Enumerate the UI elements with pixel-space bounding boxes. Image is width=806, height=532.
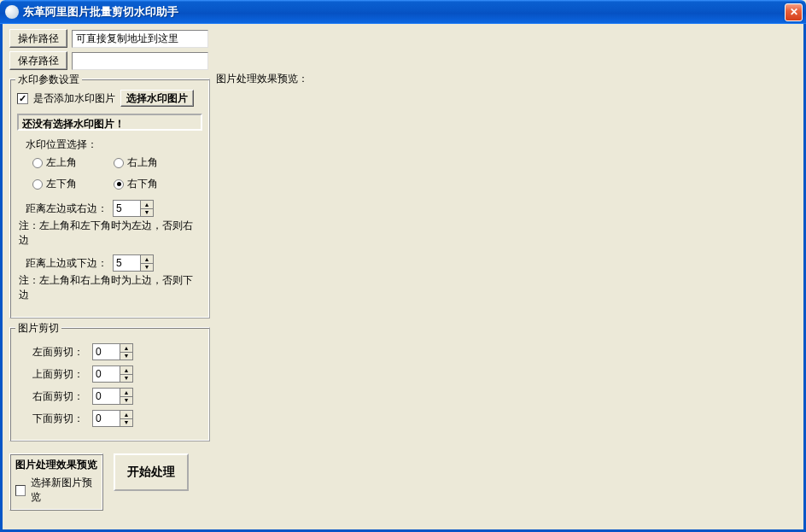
- spin-down-icon[interactable]: ▼: [141, 264, 153, 272]
- crop-bottom-input[interactable]: [92, 410, 120, 427]
- operation-path-button[interactable]: 操作路径: [9, 29, 67, 48]
- radio-bottom-right[interactable]: 右下角: [114, 177, 195, 191]
- operation-path-input[interactable]: [72, 30, 208, 48]
- watermark-status-text: 还没有选择水印图片: [22, 118, 114, 130]
- radio-bottom-right-dot: [114, 179, 124, 190]
- distance-vertical-note: 注：左上角和右上角时为上边，否则下边: [19, 273, 202, 302]
- watermark-status: 还没有选择水印图片！: [17, 114, 202, 131]
- watermark-group-title: 水印参数设置: [15, 73, 82, 87]
- distance-vertical-label: 距离上边或下边：: [26, 256, 108, 271]
- crop-bottom-label: 下面剪切：: [32, 412, 84, 426]
- crop-top-row: 上面剪切： ▲▼: [32, 365, 202, 383]
- preview-control-box: 图片处理效果预览 选择新图片预览: [9, 453, 103, 511]
- operation-path-row: 操作路径: [9, 29, 797, 48]
- distance-horizontal-spinner[interactable]: ▲▼: [113, 200, 154, 217]
- radio-bottom-left-dot: [32, 179, 43, 190]
- radio-top-left-dot: [32, 158, 43, 168]
- window-body: 操作路径 保存路径 图片处理效果预览： 水印参数设置 是否添加水印图片 选择水印…: [0, 24, 806, 532]
- radio-top-right-label: 右上角: [127, 155, 158, 170]
- add-watermark-checkbox[interactable]: [17, 93, 28, 104]
- radio-top-right[interactable]: 右上角: [114, 155, 195, 170]
- preview-control-header: 图片处理效果预览: [15, 458, 97, 472]
- spin-down-icon[interactable]: ▼: [141, 209, 153, 217]
- crop-top-input[interactable]: [92, 365, 120, 383]
- radio-top-left[interactable]: 左上角: [32, 155, 114, 170]
- crop-bottom-row: 下面剪切： ▲▼: [32, 410, 202, 427]
- spin-down-icon[interactable]: ▼: [120, 353, 132, 360]
- start-button-label: 开始处理: [127, 465, 175, 480]
- select-watermark-button[interactable]: 选择水印图片: [120, 90, 194, 107]
- distance-horizontal-row: 距离左边或右边： ▲▼: [26, 200, 202, 217]
- crop-left-input[interactable]: [92, 343, 120, 360]
- new-preview-row: 选择新图片预览: [15, 476, 97, 505]
- radio-bottom-left-label: 左下角: [46, 177, 77, 191]
- position-radio-group: 左上角 右上角 左下角 右下角: [32, 155, 202, 191]
- distance-vertical-input[interactable]: [113, 254, 140, 272]
- spin-up-icon[interactable]: ▲: [120, 344, 132, 353]
- position-label: 水印位置选择：: [26, 137, 202, 152]
- close-button[interactable]: ✕: [785, 3, 803, 21]
- crop-top-label: 上面剪切：: [32, 367, 84, 382]
- crop-left-spinner[interactable]: ▲▼: [92, 343, 133, 360]
- left-panel: 水印参数设置 是否添加水印图片 选择水印图片 还没有选择水印图片！ 水印位置选择…: [9, 79, 210, 511]
- distance-horizontal-note: 注：左上角和左下角时为左边，否则右边: [19, 219, 202, 248]
- crop-bottom-spinner[interactable]: ▲▼: [92, 410, 133, 427]
- crop-left-label: 左面剪切：: [32, 345, 84, 360]
- title-bar: 东革阿里图片批量剪切水印助手 ✕: [0, 0, 806, 24]
- new-preview-label: 选择新图片预览: [31, 476, 97, 505]
- distance-vertical-spin-buttons[interactable]: ▲▼: [140, 254, 154, 272]
- crop-bottom-spin-buttons[interactable]: ▲▼: [120, 410, 133, 427]
- crop-right-label: 右面剪切：: [32, 389, 84, 404]
- spin-up-icon[interactable]: ▲: [120, 411, 132, 419]
- bottom-actions: 图片处理效果预览 选择新图片预览 开始处理: [9, 453, 210, 511]
- spin-down-icon[interactable]: ▼: [120, 419, 132, 427]
- spin-up-icon[interactable]: ▲: [120, 366, 132, 375]
- crop-right-input[interactable]: [92, 388, 120, 405]
- radio-bottom-left[interactable]: 左下角: [32, 177, 114, 191]
- crop-left-row: 左面剪切： ▲▼: [32, 343, 202, 360]
- crop-top-spin-buttons[interactable]: ▲▼: [120, 365, 133, 383]
- spin-down-icon[interactable]: ▼: [120, 375, 132, 383]
- new-preview-checkbox[interactable]: [15, 485, 26, 496]
- add-watermark-row: 是否添加水印图片 选择水印图片: [17, 90, 202, 107]
- distance-vertical-row: 距离上边或下边： ▲▼: [26, 254, 202, 272]
- start-button[interactable]: 开始处理: [114, 453, 189, 491]
- crop-left-spin-buttons[interactable]: ▲▼: [120, 343, 133, 360]
- radio-top-left-label: 左上角: [46, 155, 77, 170]
- distance-horizontal-input[interactable]: [113, 200, 140, 217]
- save-path-button[interactable]: 保存路径: [9, 51, 67, 70]
- crop-right-spinner[interactable]: ▲▼: [92, 388, 133, 405]
- watermark-group: 水印参数设置 是否添加水印图片 选择水印图片 还没有选择水印图片！ 水印位置选择…: [9, 79, 210, 319]
- radio-bottom-right-label: 右下角: [127, 177, 158, 191]
- crop-group: 图片剪切 左面剪切： ▲▼ 上面剪切： ▲▼ 右面剪切： ▲▼: [9, 327, 210, 441]
- app-icon: [5, 5, 19, 19]
- crop-top-spinner[interactable]: ▲▼: [92, 365, 133, 383]
- watermark-status-mark: ！: [114, 118, 125, 130]
- spin-up-icon[interactable]: ▲: [141, 255, 153, 264]
- distance-vertical-spinner[interactable]: ▲▼: [113, 254, 154, 272]
- save-path-row: 保存路径: [9, 51, 797, 70]
- crop-right-row: 右面剪切： ▲▼: [32, 388, 202, 405]
- preview-area-label: 图片处理效果预览：: [216, 72, 308, 86]
- spin-up-icon[interactable]: ▲: [120, 389, 132, 397]
- save-path-input[interactable]: [72, 52, 208, 70]
- window-title: 东革阿里图片批量剪切水印助手: [23, 4, 785, 20]
- distance-horizontal-label: 距离左边或右边：: [26, 202, 108, 216]
- crop-group-title: 图片剪切: [15, 321, 61, 336]
- distance-horizontal-spin-buttons[interactable]: ▲▼: [140, 200, 154, 217]
- add-watermark-label: 是否添加水印图片: [33, 91, 115, 106]
- crop-right-spin-buttons[interactable]: ▲▼: [120, 388, 133, 405]
- radio-top-right-dot: [114, 158, 124, 168]
- spin-down-icon[interactable]: ▼: [120, 397, 132, 405]
- spin-up-icon[interactable]: ▲: [141, 201, 153, 209]
